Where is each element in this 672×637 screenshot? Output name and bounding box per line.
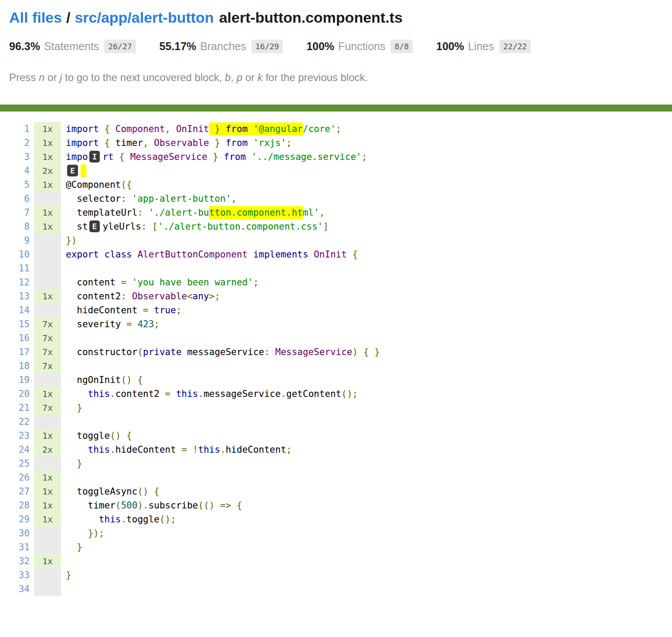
line-number: 12 bbox=[9, 275, 30, 289]
execution-count-empty bbox=[34, 457, 61, 471]
code-token: = bbox=[182, 444, 193, 455]
branch-not-taken-badge-else: E bbox=[67, 165, 78, 176]
code-line-content: content = 'you have been warned'; bbox=[66, 275, 672, 289]
code-line-content bbox=[66, 554, 672, 568]
hint-text: or bbox=[44, 71, 60, 83]
coverage-report-page: All files/src/app/alert-buttonalert-butt… bbox=[0, 9, 672, 613]
code-token: st bbox=[66, 221, 88, 232]
code-line-row: 51x@Component({ bbox=[0, 178, 672, 192]
code-token: subscribe bbox=[149, 500, 198, 511]
code-token: : bbox=[121, 193, 132, 204]
statements-label: Statements bbox=[44, 40, 99, 53]
code-token: } bbox=[66, 542, 82, 552]
code-token: messageService bbox=[204, 389, 281, 399]
code-line-content bbox=[66, 331, 672, 345]
code-token: messageService bbox=[182, 347, 265, 357]
line-number: 18 bbox=[9, 359, 30, 373]
code-line-row: 81x stEyleUrls: ['./alert-button.compone… bbox=[0, 220, 672, 234]
execution-count: 1x bbox=[34, 498, 61, 512]
code-token: '../message.service' bbox=[251, 152, 362, 162]
execution-count: 7x bbox=[34, 317, 61, 331]
hint-key-letter: b bbox=[225, 71, 231, 83]
code-token: OnInit bbox=[176, 124, 209, 134]
code-token: import bbox=[66, 138, 105, 148]
code-token: ). bbox=[137, 500, 148, 511]
code-line-row: 21ximport { timer, Observable } from 'rx… bbox=[0, 136, 672, 150]
line-number: 29 bbox=[9, 512, 30, 526]
code-line-content: stEyleUrls: ['./alert-button.component.c… bbox=[66, 220, 672, 234]
line-number: 1 bbox=[9, 122, 30, 136]
code-token: toggleAsync bbox=[66, 486, 137, 497]
code-token: content2 bbox=[66, 291, 121, 302]
breadcrumb-path-link[interactable]: src/app/alert-button bbox=[75, 9, 214, 26]
code-token: , bbox=[143, 138, 154, 148]
execution-count-empty bbox=[34, 415, 61, 429]
statements-percent: 96.3% bbox=[9, 40, 40, 53]
lines-fraction-badge: 22/22 bbox=[499, 40, 531, 53]
code-line-content bbox=[66, 471, 672, 485]
code-line-content: this.content2 = this.messageService.getC… bbox=[66, 387, 672, 401]
code-line-content bbox=[66, 359, 672, 373]
code-token: ) { } bbox=[353, 347, 380, 357]
code-line-content: @Component({ bbox=[66, 178, 672, 192]
code-token: . bbox=[121, 514, 126, 525]
uncovered-branch-highlight bbox=[81, 164, 86, 177]
code-token: MessageService bbox=[130, 152, 207, 162]
code-token: { bbox=[105, 124, 115, 134]
line-number: 8 bbox=[9, 220, 30, 234]
branch-not-taken-badge-if: I bbox=[89, 151, 100, 163]
lines-label: Lines bbox=[468, 40, 494, 53]
code-token: class bbox=[105, 249, 138, 260]
line-number: 19 bbox=[9, 373, 30, 387]
code-token: : bbox=[137, 207, 148, 218]
code-token: } bbox=[66, 570, 71, 580]
line-number: 5 bbox=[9, 178, 30, 192]
code-token: ; bbox=[253, 277, 259, 288]
code-token: getContent bbox=[286, 389, 341, 399]
code-line-row: 33} bbox=[0, 568, 672, 582]
line-number: 30 bbox=[9, 526, 30, 540]
lines-percent: 100% bbox=[436, 40, 464, 53]
code-line-row: 321x bbox=[0, 554, 672, 568]
line-number: 23 bbox=[9, 429, 30, 443]
code-line-content: import { Component, OnInit } from '@angu… bbox=[66, 122, 672, 136]
execution-count: 2x bbox=[34, 164, 61, 178]
code-line-content: } bbox=[66, 457, 672, 471]
code-token: ngOnInit bbox=[66, 375, 121, 385]
branches-label: Branches bbox=[200, 40, 246, 53]
code-token: implements bbox=[248, 249, 314, 260]
branch-not-taken-badge-else: E bbox=[89, 220, 100, 232]
line-number: 27 bbox=[9, 485, 30, 498]
execution-count-empty bbox=[34, 526, 61, 540]
uncovered-branch-highlight: '@angular bbox=[253, 122, 303, 136]
code-token: : bbox=[264, 347, 275, 357]
code-token: true bbox=[154, 305, 176, 315]
hint-key-letter: p bbox=[237, 71, 242, 83]
line-number: 7 bbox=[9, 206, 30, 220]
code-token: } bbox=[209, 138, 226, 148]
code-token: ; bbox=[336, 124, 342, 134]
line-number: 34 bbox=[9, 582, 30, 596]
code-token: { bbox=[119, 152, 130, 162]
execution-count-empty bbox=[34, 247, 61, 261]
hint-text: for the previous block. bbox=[263, 71, 368, 83]
code-line-content: } bbox=[66, 540, 672, 554]
line-number: 21 bbox=[9, 401, 30, 415]
code-line-row: 31ximpoIrt { MessageService } from '../m… bbox=[0, 150, 672, 164]
line-number: 17 bbox=[9, 345, 30, 359]
code-token: : bbox=[121, 291, 132, 302]
execution-count: 1x bbox=[34, 471, 61, 485]
breadcrumb-all-files-link[interactable]: All files bbox=[9, 9, 62, 26]
code-line-row: 271x toggleAsync() { bbox=[0, 485, 672, 498]
hint-key-letter: k bbox=[258, 71, 263, 83]
branches-stat: 55.17% Branches 16/29 bbox=[160, 40, 283, 53]
line-number: 22 bbox=[9, 415, 30, 429]
code-token: (); bbox=[160, 514, 176, 525]
keyboard-hint: Press n or j to go to the next uncovered… bbox=[9, 71, 672, 84]
code-token: this bbox=[198, 444, 220, 455]
uncovered-branch-highlight bbox=[209, 122, 215, 136]
code-token: ( bbox=[137, 347, 143, 357]
code-line-content: content2: Observable<any>; bbox=[66, 289, 672, 303]
code-token bbox=[66, 444, 88, 455]
execution-count: 1x bbox=[34, 220, 61, 234]
